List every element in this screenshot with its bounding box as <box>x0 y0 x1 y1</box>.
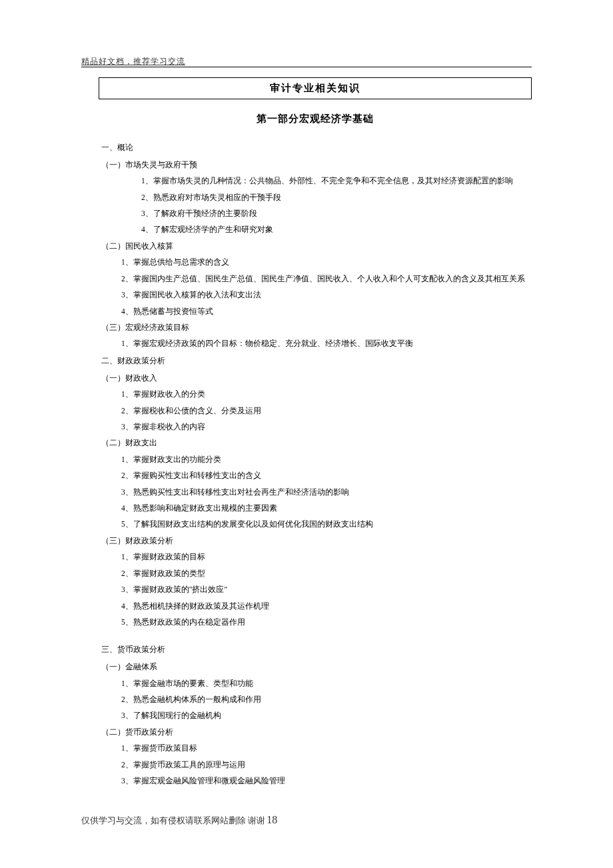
outline-item: 3、熟悉购买性支出和转移性支出对社会再生产和经济活动的影响 <box>99 485 532 499</box>
heading-1: 一、概论 <box>99 140 532 155</box>
part-title: 第一部分宏观经济学基础 <box>99 113 532 125</box>
footer-text: 仅供学习与交流，如有侵权请联系网站删除 谢谢 <box>81 816 265 825</box>
outline-item: 1、掌握财政支出的功能分类 <box>99 452 532 467</box>
outline-item: 2、掌握税收和公债的含义、分类及运用 <box>99 403 532 418</box>
heading-2: （一）金融体系 <box>99 659 532 674</box>
outline-item: 5、熟悉财政政策的内在稳定器作用 <box>99 615 532 629</box>
heading-2: （三）财政政策分析 <box>99 533 532 548</box>
heading-2: （二）货币政策分析 <box>99 725 532 739</box>
outline-item: 1、掌握宏观经济政策的四个目标：物价稳定、充分就业、经济增长、国际收支平衡 <box>99 336 532 351</box>
outline-item: 2、掌握财政政策的类型 <box>99 566 532 581</box>
heading-2: （一）市场失灵与政府干预 <box>99 157 532 172</box>
heading-2: （一）财政收入 <box>99 371 532 385</box>
outline-item: 3、掌握财政政策的"挤出效应" <box>99 582 532 597</box>
outline-item: 4、熟悉影响和确定财政支出规模的主要因素 <box>99 501 532 515</box>
outline-item: 3、掌握国民收入核算的收入法和支出法 <box>99 287 532 302</box>
doc-title: 审计专业相关知识 <box>99 77 532 99</box>
outline-item: 1、掌握市场失灵的几种情况：公共物品、外部性、不完全竞争和不完全信息，及其对经济… <box>99 173 532 188</box>
page-number: 18 <box>267 814 277 825</box>
outline-item: 4、了解宏观经济学的产生和研究对象 <box>99 222 532 237</box>
outline-item: 2、掌握货币政策工具的原理与运用 <box>99 757 532 772</box>
outline-item: 5、了解我国财政支出结构的发展变化以及如何优化我国的财政支出结构 <box>99 517 532 531</box>
header-rule <box>81 67 532 67</box>
heading-2: （二）国民收入核算 <box>99 239 532 253</box>
outline-item: 3、掌握非税收入的内容 <box>99 419 532 434</box>
outline-item: 2、掌握购买性支出和转移性支出的含义 <box>99 468 532 483</box>
outline-item: 4、熟悉相机抉择的财政政策及其运作机理 <box>99 599 532 613</box>
outline-item: 1、掌握货币政策目标 <box>99 741 532 755</box>
outline-item: 1、掌握财政政策的目标 <box>99 549 532 564</box>
outline-item: 2、熟悉金融机构体系的一般构成和作用 <box>99 692 532 707</box>
heading-2: （二）财政支出 <box>99 435 532 450</box>
document-body: 审计专业相关知识 第一部分宏观经济学基础 一、概论 （一）市场失灵与政府干预 1… <box>99 77 532 790</box>
outline-item: 3、了解我国现行的金融机构 <box>99 708 532 723</box>
outline-item: 3、了解政府干预经济的主要阶段 <box>99 206 532 221</box>
outline-item: 2、掌握国内生产总值、国民生产总值、国民生产净值、国民收入、个人收入和个人可支配… <box>99 271 532 286</box>
outline-item: 1、掌握总供给与总需求的含义 <box>99 255 532 269</box>
outline-item: 3、掌握宏观金融风险管理和微观金融风险管理 <box>99 773 532 788</box>
heading-1: 二、财政政策分析 <box>99 353 532 369</box>
footer-note: 仅供学习与交流，如有侵权请联系网站删除 谢谢18 <box>81 814 277 827</box>
heading-2: （三）宏观经济政策目标 <box>99 320 532 335</box>
outline-item: 1、掌握金融市场的要素、类型和功能 <box>99 676 532 691</box>
heading-1: 三、货币政策分析 <box>99 642 532 657</box>
outline-item: 2、熟悉政府对市场失灵相应的干预手段 <box>99 190 532 205</box>
outline-item: 1、掌握财政收入的分类 <box>99 387 532 401</box>
header-note: 精品好文档，推荐学习交流 <box>81 56 185 67</box>
outline-item: 4、熟悉储蓄与投资恒等式 <box>99 304 532 319</box>
